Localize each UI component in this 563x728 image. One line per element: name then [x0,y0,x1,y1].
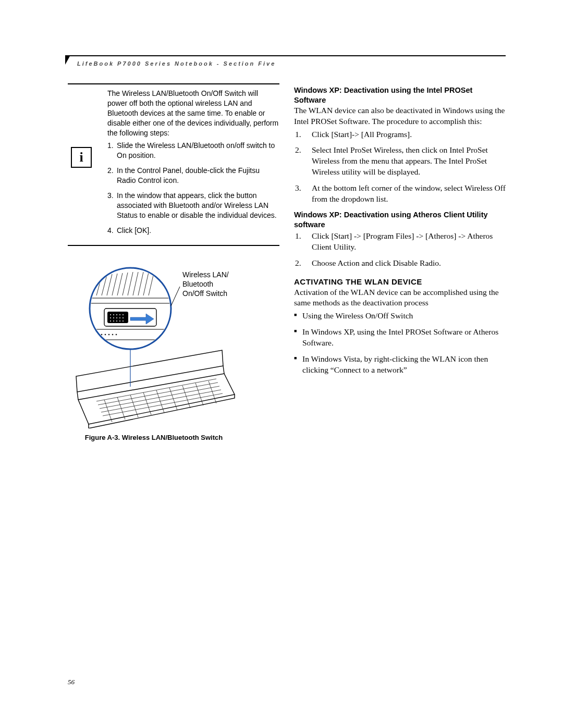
note-step: In the window that appears, click the bu… [107,191,279,220]
svg-point-21 [123,314,124,315]
header-rule [68,55,506,57]
body-paragraph: Activation of the WLAN device can be acc… [294,287,506,309]
svg-point-30 [119,320,120,322]
svg-point-25 [119,317,120,318]
subheading-atheros: Windows XP: Deactivation using Atheros C… [294,210,506,230]
proset-steps-list: Click [Start]-> [All Programs]. Select I… [294,129,506,205]
svg-point-28 [113,320,114,322]
running-head: LifeBook P7000 Series Notebook - Section… [77,60,276,67]
svg-line-37 [171,287,180,306]
left-column: i The Wireless LAN/Bluetooth On/Off Swit… [68,83,279,665]
list-item: In Windows XP, using the Intel PROSet So… [294,327,506,349]
figure-caption: Figure A-3. Wireless LAN/Bluetooth Switc… [68,434,240,441]
activation-bullets: Using the Wireless On/Off Switch In Wind… [294,311,506,376]
svg-point-20 [119,314,120,315]
svg-point-26 [123,317,124,318]
list-item: Click [Start]-> [All Programs]. [294,129,506,140]
subheading-proset: Windows XP: Deactivation using the Intel… [294,85,506,105]
list-item: Select Intel ProSet Wireless, then click… [294,145,506,178]
svg-point-33 [105,334,106,335]
section-heading-activating: ACTIVATING THE WLAN DEVICE [294,277,506,286]
figure-callout-label: Wireless LAN/ Bluetooth On/Off Switch [182,270,245,299]
svg-point-35 [112,334,113,335]
list-item: Click [Start] -> [Program Files] -> [Ath… [294,231,506,253]
svg-point-24 [116,317,117,318]
svg-point-19 [116,314,117,315]
right-column: Windows XP: Deactivation using the Intel… [294,83,506,665]
svg-point-29 [116,320,117,322]
content-columns: i The Wireless LAN/Bluetooth On/Off Swit… [68,83,506,665]
svg-point-18 [113,314,114,315]
atheros-steps-list: Click [Start] -> [Program Files] -> [Ath… [294,231,506,269]
svg-point-34 [108,334,109,335]
paragraph: The WLAN device can also be deactivated … [294,105,506,127]
svg-point-22 [110,317,111,318]
list-item: In Windows Vista, by right-clicking the … [294,354,506,376]
page: LifeBook P7000 Series Notebook - Section… [0,0,563,728]
note-steps-list: Slide the Wireless LAN/Bluetooth on/off … [68,141,279,235]
page-number: 56 [68,678,75,686]
list-item: Choose Action and click Disable Radio. [294,258,506,269]
svg-point-32 [101,334,102,335]
note-intro: The Wireless LAN/Bluetooth On/Off Switch… [107,89,279,138]
body-paragraph: The WLAN device can also be deactivated … [294,105,506,127]
svg-point-31 [123,320,124,322]
svg-point-23 [113,317,114,318]
svg-point-17 [110,314,111,315]
info-icon: i [71,147,92,168]
svg-point-27 [110,320,111,322]
paragraph: Activation of the WLAN device can be acc… [294,287,506,309]
note-step: In the Control Panel, double-click the F… [107,166,279,186]
note-step: Click [OK]. [107,226,279,236]
list-item: At the bottom left corner of the window,… [294,183,506,205]
svg-point-36 [116,334,117,335]
list-item: Using the Wireless On/Off Switch [294,311,506,322]
note-box: i The Wireless LAN/Bluetooth On/Off Swit… [68,83,279,246]
header-tab-icon [65,55,70,65]
note-step: Slide the Wireless LAN/Bluetooth on/off … [107,141,279,161]
figure: Wireless LAN/ Bluetooth On/Off Switch Fi… [68,256,240,444]
